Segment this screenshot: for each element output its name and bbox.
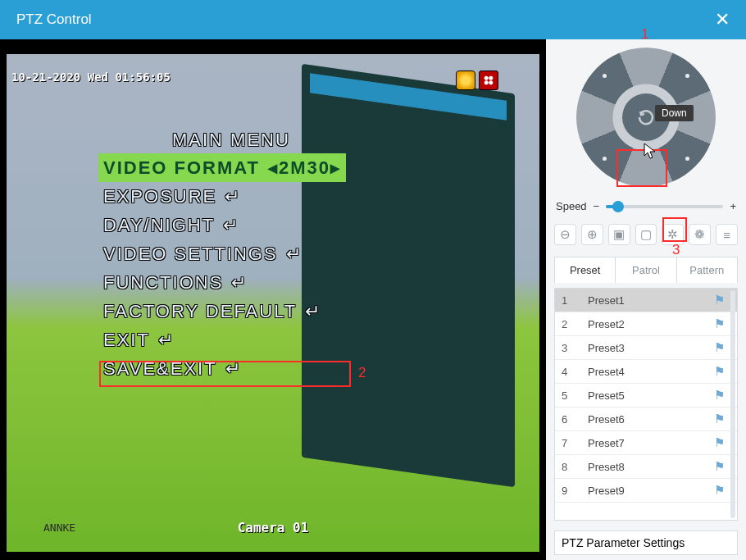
tab-patrol[interactable]: Patrol (616, 257, 676, 283)
annotation-label-2: 2 (358, 365, 366, 381)
window-title: PTZ Control (16, 11, 92, 28)
arrow-downright-icon[interactable] (685, 157, 689, 161)
arrow-downleft-icon[interactable] (603, 157, 607, 161)
bell-icon (456, 71, 475, 90)
ptz-joystick[interactable]: Down (576, 48, 716, 187)
ptz-toolbar: ⊖⊕▣▢✲❁≡ (554, 224, 738, 245)
preset-row[interactable]: 4Preset4⚑ (555, 360, 737, 384)
speed-label: Speed (556, 200, 587, 212)
annotation-label-3: 3 (672, 242, 680, 258)
speed-control: Speed − + (556, 200, 736, 212)
camera-feed: 10-21-2020 Wed 01:56:05 MAIN MENU VIDEO … (7, 54, 539, 552)
focus-far-button[interactable]: ▢ (635, 224, 657, 245)
speed-minus-button[interactable]: − (594, 200, 600, 212)
speed-slider[interactable] (606, 205, 723, 208)
preset-list[interactable]: 1Preset1⚑2Preset2⚑3Preset3⚑4Preset4⚑5Pre… (554, 288, 738, 521)
preset-row[interactable]: 7Preset7⚑ (555, 431, 737, 455)
osd-menu-item[interactable]: DAY/NIGHT↵ (98, 211, 346, 239)
zoom-out-button[interactable]: ⊖ (554, 224, 576, 245)
record-icon (479, 71, 498, 90)
osd-timestamp: 10-21-2020 Wed 01:56:05 (11, 71, 171, 84)
titlebar: PTZ Control ✕ (0, 0, 746, 39)
cursor-icon (644, 143, 657, 159)
zoom-in-button[interactable]: ⊕ (581, 224, 603, 245)
close-icon[interactable]: ✕ (715, 9, 730, 30)
arrow-upright-icon[interactable] (685, 74, 689, 78)
preset-row[interactable]: 6Preset6⚑ (555, 407, 737, 431)
preset-row[interactable]: 1Preset1⚑ (555, 289, 737, 312)
preset-row[interactable]: 8Preset8⚑ (555, 455, 737, 479)
osd-menu: MAIN MENU VIDEO FORMAT◂2M30▸EXPOSURE↵DAY… (98, 126, 346, 383)
tab-preset[interactable]: Preset (555, 257, 616, 283)
brand-label: ANNKE (43, 521, 75, 534)
osd-menu-item[interactable]: EXPOSURE↵ (98, 182, 346, 211)
video-area: 10-21-2020 Wed 01:56:05 MAIN MENU VIDEO … (0, 39, 546, 560)
arrow-upleft-icon[interactable] (603, 74, 607, 78)
osd-status-icons (456, 71, 498, 90)
preset-row[interactable]: 2Preset2⚑ (555, 312, 737, 336)
osd-menu-item[interactable]: FACTORY DEFAULT↵ (98, 297, 346, 326)
arrow-right-icon[interactable] (698, 112, 707, 122)
osd-menu-item[interactable]: FUNCTIONS↵ (98, 268, 346, 297)
focus-near-button[interactable]: ▣ (608, 224, 630, 245)
annotation-label-1: 1 (641, 26, 648, 43)
joystick-tooltip: Down (655, 105, 694, 121)
ptz-parameter-settings-button[interactable]: PTZ Parameter Settings (554, 530, 738, 555)
more-button[interactable]: ≡ (716, 224, 738, 245)
preset-row[interactable]: 3Preset3⚑ (555, 336, 737, 360)
speed-plus-button[interactable]: + (730, 200, 736, 212)
arrow-down-icon[interactable] (641, 169, 651, 179)
osd-menu-item[interactable]: EXIT↵ (98, 326, 346, 354)
arrow-left-icon[interactable] (585, 112, 594, 122)
scrollbar[interactable] (730, 290, 735, 518)
arrow-up-icon[interactable] (641, 56, 651, 66)
osd-menu-item[interactable]: SAVE&EXIT↵ (98, 354, 346, 383)
ptz-panel: Down Speed − + 1 ⊖⊕▣▢✲❁≡ 3 Preset Patrol… (546, 39, 746, 560)
camera-name: Camera 01 (238, 520, 309, 535)
ptz-tabs: Preset Patrol Pattern (554, 257, 738, 283)
tab-pattern[interactable]: Pattern (677, 257, 737, 283)
osd-menu-item[interactable]: VIDEO SETTINGS↵ (98, 239, 346, 268)
preset-row[interactable]: 5Preset5⚑ (555, 384, 737, 407)
osd-menu-title: MAIN MENU (98, 126, 346, 153)
osd-menu-item[interactable]: VIDEO FORMAT◂2M30▸ (98, 153, 346, 182)
preset-row[interactable]: 9Preset9⚑ (555, 479, 737, 503)
iris-close-button[interactable]: ❁ (689, 224, 711, 245)
